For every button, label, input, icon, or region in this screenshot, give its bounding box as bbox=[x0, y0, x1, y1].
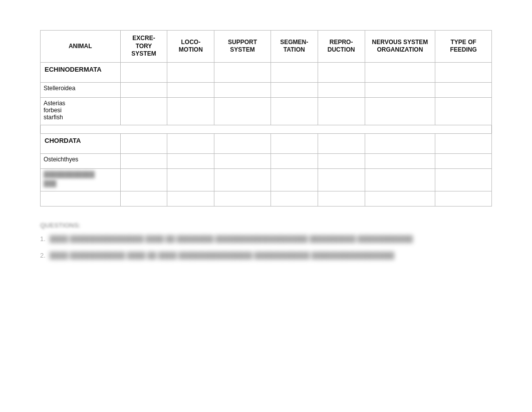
group-echinodermata: ECHINODERMATA bbox=[41, 62, 492, 82]
echino-feeding bbox=[435, 62, 492, 82]
comparison-table: ANIMAL EXCRE-TORYSYSTEM LOCO-MOTION SUPP… bbox=[40, 30, 492, 207]
echino-reproduction bbox=[318, 62, 365, 82]
asterias-reproduction bbox=[318, 97, 365, 125]
group-label-chordata: CHORDATA bbox=[41, 133, 121, 153]
page-wrapper: ANIMAL EXCRE-TORYSYSTEM LOCO-MOTION SUPP… bbox=[0, 0, 532, 278]
row-asterias: Asteriasforbesistarfish bbox=[41, 97, 492, 125]
osteichthyes-segmentation bbox=[271, 153, 318, 168]
asterias-segmentation bbox=[271, 97, 318, 125]
echino-support bbox=[214, 62, 271, 82]
blurred1-excretory bbox=[120, 168, 167, 191]
asterias-support bbox=[214, 97, 271, 125]
stelleroidea-excretory bbox=[120, 82, 167, 97]
stelleroidea-feeding bbox=[435, 82, 492, 97]
blurred1-segmentation bbox=[271, 168, 318, 191]
header-support: SUPPORTSYSTEM bbox=[214, 31, 271, 63]
question-2-number: 2. bbox=[40, 252, 46, 259]
asterias-excretory bbox=[120, 97, 167, 125]
header-excretory: EXCRE-TORYSYSTEM bbox=[120, 31, 167, 63]
blurred1-locomotion bbox=[167, 168, 214, 191]
stelleroidea-locomotion bbox=[167, 82, 214, 97]
empty-segmentation bbox=[271, 191, 318, 206]
stelleroidea-support bbox=[214, 82, 271, 97]
question-2-text: ████ ████████████ ████ ██ ████ █████████… bbox=[50, 252, 394, 259]
osteichthyes-locomotion bbox=[167, 153, 214, 168]
question-1-number: 1. bbox=[40, 235, 46, 243]
label-stelleroidea: Stelleroidea bbox=[41, 82, 121, 97]
echino-nervous bbox=[365, 62, 435, 82]
echino-segmentation bbox=[271, 62, 318, 82]
stelleroidea-segmentation bbox=[271, 82, 318, 97]
question-1-text: ████ ████████████████ ████ ██ ████████ █… bbox=[50, 235, 413, 243]
questions-section: QUESTIONS: 1. ████ ████████████████ ████… bbox=[40, 222, 492, 259]
questions-header: QUESTIONS: bbox=[40, 222, 492, 229]
header-segmentation: SEGMEN-TATION bbox=[271, 31, 318, 63]
chordata-reproduction bbox=[318, 133, 365, 153]
label-empty-bottom bbox=[41, 191, 121, 206]
empty-nervous bbox=[365, 191, 435, 206]
osteichthyes-support bbox=[214, 153, 271, 168]
chordata-excretory bbox=[120, 133, 167, 153]
echino-excretory bbox=[120, 62, 167, 82]
header-animal: ANIMAL bbox=[41, 31, 121, 63]
row-stelleroidea: Stelleroidea bbox=[41, 82, 492, 97]
blurred1-feeding bbox=[435, 168, 492, 191]
empty-reproduction bbox=[318, 191, 365, 206]
stelleroidea-nervous bbox=[365, 82, 435, 97]
chordata-support bbox=[214, 133, 271, 153]
label-asterias: Asteriasforbesistarfish bbox=[41, 97, 121, 125]
asterias-locomotion bbox=[167, 97, 214, 125]
row-empty-bottom bbox=[41, 191, 492, 206]
label-osteichthyes: Osteichthyes bbox=[41, 153, 121, 168]
asterias-feeding bbox=[435, 97, 492, 125]
label-blurred-1: ████████████ ███ bbox=[41, 168, 121, 191]
question-2: 2. ████ ████████████ ████ ██ ████ ██████… bbox=[40, 252, 492, 259]
chordata-locomotion bbox=[167, 133, 214, 153]
osteichthyes-reproduction bbox=[318, 153, 365, 168]
osteichthyes-nervous bbox=[365, 153, 435, 168]
asterias-nervous bbox=[365, 97, 435, 125]
chordata-feeding bbox=[435, 133, 492, 153]
header-nervous: NERVOUS SYSTEMORGANIZATION bbox=[365, 31, 435, 63]
blurred1-support bbox=[214, 168, 271, 191]
header-reproduction: REPRO-DUCTION bbox=[318, 31, 365, 63]
osteichthyes-excretory bbox=[120, 153, 167, 168]
osteichthyes-feeding bbox=[435, 153, 492, 168]
empty-feeding bbox=[435, 191, 492, 206]
group-label-echinodermata: ECHINODERMATA bbox=[41, 62, 121, 82]
spacer-row-1 bbox=[41, 125, 492, 133]
header-feeding: TYPE OFFEEDING bbox=[435, 31, 492, 63]
blurred1-reproduction bbox=[318, 168, 365, 191]
group-chordata: CHORDATA bbox=[41, 133, 492, 153]
row-osteichthyes: Osteichthyes bbox=[41, 153, 492, 168]
empty-locomotion bbox=[167, 191, 214, 206]
chordata-segmentation bbox=[271, 133, 318, 153]
echino-locomotion bbox=[167, 62, 214, 82]
blurred1-nervous bbox=[365, 168, 435, 191]
chordata-nervous bbox=[365, 133, 435, 153]
stelleroidea-reproduction bbox=[318, 82, 365, 97]
empty-excretory bbox=[120, 191, 167, 206]
empty-support bbox=[214, 191, 271, 206]
row-blurred-1: ████████████ ███ bbox=[41, 168, 492, 191]
header-locomotion: LOCO-MOTION bbox=[167, 31, 214, 63]
question-1: 1. ████ ████████████████ ████ ██ ███████… bbox=[40, 235, 492, 243]
